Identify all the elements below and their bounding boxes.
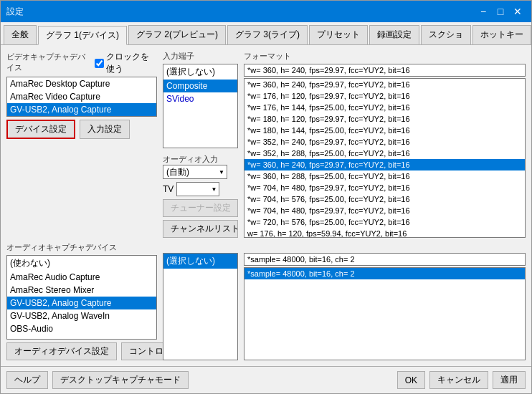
footer-buttons: ヘルプ デスクトップキャプチャモード OK キャンセル 適用	[1, 366, 531, 393]
audio-device-settings-button[interactable]: オーディオデバイス設定	[6, 342, 117, 360]
input-terminal-label: 入力端子	[163, 51, 238, 62]
terminal-item-2[interactable]: SVideo	[163, 92, 237, 105]
format-item-6[interactable]: *w= 352, h= 288, fps=25.00, fcc=YUY2, bi…	[244, 148, 525, 159]
format-item-5[interactable]: *w= 352, h= 240, fps=29.97, fcc=YUY2, bi…	[244, 136, 525, 148]
main-content: ビデオキャプチャデバイス クロックを使う AmaRec Desktop Capt…	[1, 45, 531, 366]
audio-device-item-2[interactable]: AmaRec Stereo Mixer	[7, 284, 156, 297]
format-item-12[interactable]: *w= 720, h= 576, fps=25.00, fcc=YUY2, bi…	[244, 216, 525, 228]
maximize-button[interactable]: □	[493, 4, 508, 19]
cancel-button[interactable]: キャンセル	[429, 371, 488, 389]
format-item-0[interactable]: *w= 360, h= 240, fps=29.97, fcc=YUY2, bi…	[244, 79, 525, 90]
video-device-item-2[interactable]: GV-USB2, Analog Capture	[7, 103, 156, 116]
help-button[interactable]: ヘルプ	[6, 371, 48, 389]
format-item-4[interactable]: *w= 180, h= 144, fps=25.00, fcc=YUY2, bi…	[244, 125, 525, 136]
audio-format-list[interactable]: *sample= 48000, bit=16, ch= 2	[244, 267, 526, 360]
tab-preset[interactable]: プリセット	[309, 25, 368, 44]
audio-device-item-4[interactable]: GV-USB2, Analog WaveIn	[7, 309, 156, 322]
terminal-item-1[interactable]: Composite	[163, 80, 237, 92]
clock-label: クロックを使う	[106, 51, 157, 75]
audio-device-item-1[interactable]: AmaRec Audio Capture	[7, 271, 156, 284]
format-item-10[interactable]: *w= 704, h= 576, fps=25.00, fcc=YUY2, bi…	[244, 193, 525, 205]
video-capture-label: ビデオキャプチャデバイス	[6, 52, 89, 73]
tab-scjyo[interactable]: スクショ	[421, 25, 471, 44]
audio-input-select[interactable]: (自動)	[163, 165, 227, 179]
input-settings-button[interactable]: 入力設定	[80, 120, 130, 139]
format-item-1[interactable]: *w= 176, h= 120, fps=29.97, fcc=YUY2, bi…	[244, 90, 525, 102]
audio-capture-label: オーディオキャプチャデバイス	[6, 242, 157, 253]
apply-button[interactable]: 適用	[493, 371, 526, 389]
format-item-11[interactable]: *w= 704, h= 480, fps=29.97, fcc=YUY2, bi…	[244, 205, 525, 216]
tab-graph3[interactable]: グラフ 3(ライブ)	[227, 25, 308, 44]
video-device-item-1[interactable]: AmaRec Video Capture	[7, 90, 156, 103]
input-terminal-list[interactable]: (選択しない) Composite SVideo	[163, 64, 238, 148]
format-list[interactable]: *w= 360, h= 240, fps=29.97, fcc=YUY2, bi…	[244, 78, 526, 238]
close-button[interactable]: ✕	[510, 4, 526, 19]
audio-device-list[interactable]: (使わない) AmaRec Audio Capture AmaRec Stere…	[6, 255, 157, 340]
ok-button[interactable]: OK	[397, 371, 425, 389]
channel-list-button[interactable]: チャンネルリスト	[163, 220, 238, 238]
terminal-item-0[interactable]: (選択しない)	[163, 64, 237, 80]
audio-device-item-0[interactable]: (使わない)	[7, 256, 156, 271]
settings-window: 設定 − □ ✕ 全般 グラフ 1(デバイス) グラフ 2(プレビュー) グラフ…	[0, 0, 532, 394]
format-item-7[interactable]: *w= 360, h= 240, fps=29.97, fcc=YUY2, bi…	[244, 159, 525, 170]
tab-hotkey[interactable]: ホットキー	[472, 25, 531, 44]
window-title: 設定	[6, 6, 24, 18]
video-device-list[interactable]: AmaRec Desktop Capture AmaRec Video Capt…	[6, 77, 157, 117]
format-item-13[interactable]: w= 176, h= 120, fps=59.94, fcc=YUY2, bit…	[244, 228, 525, 238]
audio-format-item-0[interactable]: *sample= 48000, bit=16, ch= 2	[244, 268, 525, 279]
tabs-bar: 全般 グラフ 1(デバイス) グラフ 2(プレビュー) グラフ 3(ライブ) プ…	[1, 22, 531, 45]
format-item-3[interactable]: *w= 180, h= 120, fps=29.97, fcc=YUY2, bi…	[244, 113, 525, 125]
format-item-9[interactable]: *w= 704, h= 480, fps=29.97, fcc=YUY2, bi…	[244, 182, 525, 193]
clock-checkbox[interactable]	[95, 59, 104, 68]
video-device-item-0[interactable]: AmaRec Desktop Capture	[7, 77, 156, 90]
device-settings-button[interactable]: デバイス設定	[6, 120, 75, 139]
desktop-capture-button[interactable]: デスクトップキャプチャモード	[52, 371, 189, 389]
audio-device-item-3[interactable]: GV-USB2, Analog Capture	[7, 297, 156, 309]
tab-graph2[interactable]: グラフ 2(プレビュー)	[128, 25, 226, 44]
tab-graph1[interactable]: グラフ 1(デバイス)	[38, 26, 127, 45]
clock-checkbox-label[interactable]: クロックを使う	[95, 51, 157, 75]
format-item-2[interactable]: *w= 176, h= 144, fps=25.00, fcc=YUY2, bi…	[244, 102, 525, 113]
tv-select[interactable]	[176, 182, 219, 196]
audio-terminal-item-0[interactable]: (選択しない)	[163, 254, 237, 269]
title-controls: − □ ✕	[475, 4, 526, 19]
format-item-8[interactable]: *w= 360, h= 288, fps=25.00, fcc=YUY2, bi…	[244, 170, 525, 182]
tab-general[interactable]: 全般	[4, 25, 37, 44]
minimize-button[interactable]: −	[475, 4, 491, 19]
audio-format-top: *sample= 48000, bit=16, ch= 2	[244, 253, 526, 266]
tab-record[interactable]: 録画設定	[369, 25, 419, 44]
audio-input-label: オーディオ入力	[163, 155, 218, 163]
format-label: フォーマット	[244, 51, 526, 62]
tv-label: TV	[163, 184, 174, 194]
tuner-settings-button[interactable]: チューナー設定	[163, 199, 238, 217]
format-top-display: *w= 360, h= 240, fps=29.97, fcc=YUY2, bi…	[244, 64, 526, 77]
audio-terminal-list[interactable]: (選択しない)	[163, 253, 238, 360]
title-bar: 設定 − □ ✕	[1, 1, 531, 22]
audio-device-item-5[interactable]: OBS-Audio	[7, 322, 156, 335]
